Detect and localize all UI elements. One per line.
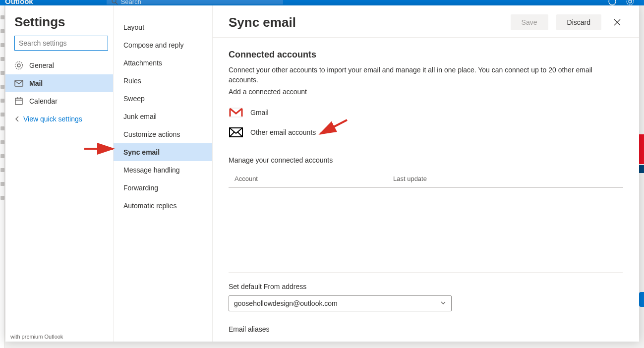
sub-attachments[interactable]: Attachments [114, 54, 212, 72]
add-gmail[interactable]: Gmail [229, 103, 623, 122]
connected-accounts-desc: Connect your other accounts to import yo… [229, 65, 605, 85]
save-button[interactable]: Save [511, 14, 548, 30]
svg-point-2 [609, 0, 616, 5]
right-ad-strip [639, 5, 644, 348]
view-quick-settings[interactable]: View quick settings [5, 110, 113, 128]
add-connected-label: Add a connected account [229, 88, 623, 96]
pane-header: Sync email Save Discard [213, 5, 639, 37]
left-rail [0, 5, 5, 348]
search-icon [112, 0, 118, 5]
svg-point-0 [112, 0, 116, 3]
sub-layout[interactable]: Layout [114, 18, 212, 36]
nav-calendar[interactable]: Calendar [5, 92, 113, 110]
settings-content-pane: Sync email Save Discard Connected accoun… [213, 5, 639, 342]
nav-label: General [29, 61, 54, 69]
svg-line-19 [237, 132, 242, 137]
svg-point-6 [15, 62, 23, 69]
gear-icon [14, 61, 23, 70]
settings-search-input[interactable] [15, 39, 108, 47]
svg-rect-7 [15, 80, 23, 86]
sub-auto-replies[interactable]: Automatic replies [114, 197, 212, 215]
add-other-email[interactable]: Other email accounts [229, 122, 623, 142]
sub-junk[interactable]: Junk email [114, 108, 212, 125]
sub-forwarding[interactable]: Forwarding [114, 179, 212, 197]
svg-rect-8 [15, 98, 22, 105]
app-brand: Outlook [5, 0, 33, 5]
settings-gear-icon[interactable] [626, 0, 634, 5]
app-topbar: Outlook Search [0, 0, 644, 5]
nav-label: Calendar [29, 97, 58, 105]
settings-modal: Settings General Mail Calendar [5, 5, 639, 342]
pane-title: Sync email [229, 15, 296, 30]
connected-accounts-heading: Connected accounts [229, 50, 623, 60]
discard-button[interactable]: Discard [556, 14, 601, 30]
sub-customize[interactable]: Customize actions [114, 125, 212, 143]
chevron-down-icon [440, 299, 446, 307]
svg-point-3 [629, 0, 632, 3]
envelope-icon [229, 127, 243, 138]
premium-hint: with premium Outlook [5, 334, 113, 342]
chevron-left-icon [14, 116, 20, 122]
sub-message-handling[interactable]: Message handling [114, 161, 212, 179]
settings-sub-column: Layout Compose and reply Attachments Rul… [114, 5, 213, 342]
nav-general[interactable]: General [5, 57, 113, 74]
add-gmail-label: Gmail [250, 109, 269, 116]
svg-line-1 [116, 2, 117, 4]
settings-search[interactable] [14, 36, 108, 51]
gmail-icon [229, 107, 243, 118]
default-from-label: Set default From address [229, 283, 623, 290]
pane-scroll[interactable]: Connected accounts Connect your other ac… [213, 38, 639, 342]
default-from-select[interactable]: goosehollowdesign@outlook.com [229, 295, 452, 311]
svg-point-4 [627, 0, 634, 5]
email-aliases-label: Email aliases [229, 325, 623, 333]
settings-left-column: Settings General Mail Calendar [5, 5, 114, 342]
col-account: Account [234, 175, 393, 182]
col-last-update: Last update [393, 175, 617, 182]
nav-mail[interactable]: Mail [5, 74, 113, 92]
accounts-table: Account Last update [229, 172, 623, 188]
add-other-label: Other email accounts [250, 128, 316, 136]
view-quick-label: View quick settings [23, 115, 82, 123]
svg-line-18 [230, 132, 234, 137]
mail-icon [14, 79, 23, 88]
sub-sweep[interactable]: Sweep [114, 90, 212, 108]
settings-title: Settings [5, 14, 113, 36]
help-icon[interactable] [608, 0, 616, 5]
default-from-value: goosehollowdesign@outlook.com [234, 299, 338, 307]
calendar-icon [14, 97, 23, 106]
close-button[interactable] [609, 14, 625, 30]
sub-compose[interactable]: Compose and reply [114, 36, 212, 54]
sub-rules[interactable]: Rules [114, 72, 212, 90]
global-search[interactable]: Search [107, 0, 283, 4]
close-icon [614, 19, 621, 26]
manage-accounts-label: Manage your connected accounts [229, 156, 623, 164]
svg-point-5 [17, 64, 20, 67]
sub-sync-email[interactable]: Sync email [114, 143, 212, 161]
nav-label: Mail [29, 79, 43, 87]
